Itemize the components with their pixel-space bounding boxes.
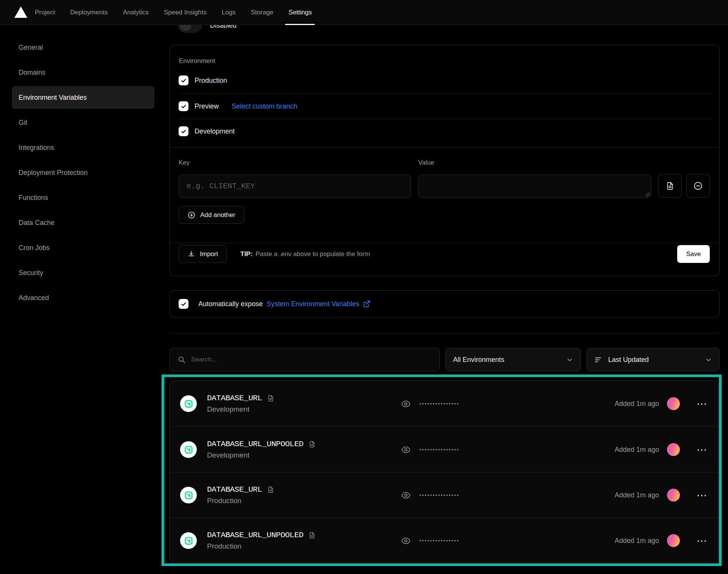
production-checkbox[interactable] [179,75,188,85]
value-input[interactable] [418,175,651,198]
key-input[interactable] [179,175,411,198]
env-var-name-block: DATABASE_URL_UNPOOLED Development [207,427,316,472]
eye-icon [401,399,411,409]
eye-icon [401,536,411,546]
masked-value: ••••••••••••••• [419,381,460,426]
note-icon [308,532,316,539]
sidebar-item-deployment-protection[interactable]: Deployment Protection [12,161,154,184]
footer-divider [170,243,719,243]
add-env-var-card: Environment Production Preview Select cu… [169,45,720,276]
reveal-value-button[interactable] [401,381,411,426]
sidebar-item-general[interactable]: General [12,36,154,59]
auto-expose-card: Automatically expose System Environment … [169,290,720,318]
env-var-environment: Development [207,451,316,459]
env-var-name: DATABASE_URL [207,485,262,494]
sidebar-item-advanced[interactable]: Advanced [12,286,154,309]
row-menu-button[interactable]: ⋯ [697,472,708,518]
environment-filter-value: All Environments [453,356,504,364]
neon-integration-icon [180,532,197,549]
user-avatar [667,534,680,547]
env-vars-list: DATABASE_URL Development •••••••••••••••… [169,381,719,563]
sidebar-item-security[interactable]: Security [12,261,154,284]
tip-text: Paste a .env above to populate the form [256,250,370,258]
nav-tab-analytics[interactable]: Analytics [123,0,149,25]
paste-file-button[interactable] [658,174,682,198]
masked-value: ••••••••••••••• [419,427,460,472]
development-label: Development [195,127,235,135]
key-label: Key [179,159,190,167]
user-avatar [667,489,680,502]
neon-integration-icon [180,441,197,458]
import-button[interactable]: Import [179,245,227,263]
sort-value: Last Updated [608,356,649,364]
env-var-row: DATABASE_URL_UNPOOLED Development ••••••… [170,426,718,472]
row-menu-button[interactable]: ⋯ [697,427,708,472]
settings-sidebar: General Domains Environment Variables Gi… [12,36,154,311]
remove-row-button[interactable] [686,174,710,198]
reveal-value-button[interactable] [401,427,411,472]
sidebar-item-domains[interactable]: Domains [12,61,154,84]
nav-tabs: Project Deployments Analytics Speed Insi… [35,0,312,25]
value-label: Value [418,159,434,167]
import-label: Import [200,250,218,258]
add-another-label: Add another [200,211,235,219]
chevron-down-icon [705,357,712,363]
sidebar-item-functions[interactable]: Functions [12,186,154,209]
development-row: Development [179,126,235,136]
nav-tab-speed-insights[interactable]: Speed Insights [164,0,206,25]
nav-tab-project[interactable]: Project [35,0,55,25]
external-link-icon [362,300,371,308]
auto-expose-checkbox[interactable] [179,299,188,309]
eye-icon [401,445,411,455]
note-icon [267,486,275,494]
vercel-logo-icon[interactable] [14,6,27,18]
plus-circle-icon [187,211,196,219]
user-avatar [667,397,680,410]
env-var-row: DATABASE_URL Production ••••••••••••••• … [170,472,718,517]
env-var-name-block: DATABASE_URL Development [207,381,275,426]
env-var-row: DATABASE_URL Development •••••••••••••••… [170,381,718,426]
sort-dropdown[interactable]: Last Updated [586,348,720,371]
sidebar-item-integrations[interactable]: Integrations [12,136,154,159]
tip-bold: TIP: [240,250,253,258]
preview-checkbox[interactable] [179,101,188,111]
nav-tab-deployments[interactable]: Deployments [70,0,108,25]
environment-filter-dropdown[interactable]: All Environments [445,348,581,371]
sidebar-item-cron-jobs[interactable]: Cron Jobs [12,236,154,259]
row-menu-button[interactable]: ⋯ [697,381,708,426]
reveal-value-button[interactable] [401,518,411,563]
sidebar-item-git[interactable]: Git [12,111,154,134]
added-timestamp: Added 1m ago [615,472,659,518]
system-env-vars-link[interactable]: System Environment Variables [267,300,371,308]
sidebar-item-environment-variables[interactable]: Environment Variables [12,86,154,109]
save-button[interactable]: Save [677,245,710,263]
reveal-value-button[interactable] [401,472,411,518]
top-nav: Project Deployments Analytics Speed Insi… [0,0,728,25]
eye-icon [401,490,411,500]
production-label: Production [195,77,227,85]
row-menu-button[interactable]: ⋯ [697,518,708,563]
environment-section-label: Environment [179,57,215,65]
nav-tab-settings[interactable]: Settings [289,0,312,25]
nav-tab-storage[interactable]: Storage [251,0,274,25]
auto-expose-label: Automatically expose [198,300,263,308]
production-row: Production [179,75,227,85]
env-var-search [169,348,440,371]
note-icon [267,395,275,402]
download-icon [187,250,195,258]
chevron-down-icon [566,357,573,363]
env-var-name-block: DATABASE_URL_UNPOOLED Production [207,518,316,563]
search-input[interactable] [191,356,432,363]
sidebar-item-data-cache[interactable]: Data Cache [12,211,154,234]
system-env-vars-link-label: System Environment Variables [267,300,359,308]
add-another-button[interactable]: Add another [179,206,244,224]
row-divider [179,93,710,94]
select-custom-branch-link[interactable]: Select custom branch [232,102,297,110]
auto-expose-row: Automatically expose System Environment … [179,291,371,317]
preview-label: Preview [195,102,219,110]
nav-tab-logs[interactable]: Logs [222,0,236,25]
settings-main: Disabled Environment Production Preview … [169,0,720,574]
development-checkbox[interactable] [179,126,188,136]
minus-circle-icon [693,181,703,191]
env-var-environment: Production [207,542,316,550]
